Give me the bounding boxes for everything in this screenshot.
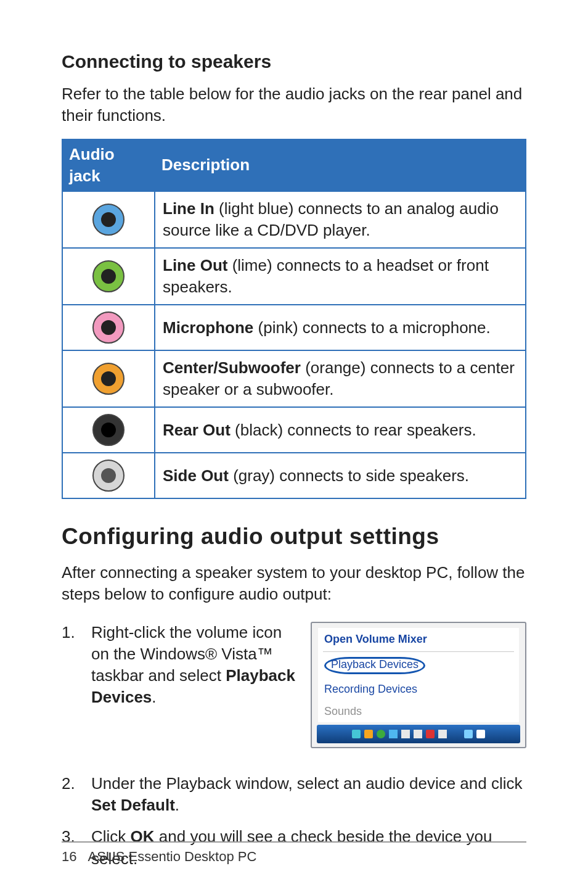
tray-icon (464, 730, 473, 738)
desc-center-sub: Center/Subwoofer (orange) connects to a … (155, 350, 526, 407)
t: . (175, 796, 179, 814)
jack-rear-out-icon (92, 414, 125, 446)
product-name: ASUS Essentio Desktop PC (88, 848, 256, 866)
heading-configuring: Configuring audio output settings (62, 521, 526, 552)
rest: (black) connects to rear speakers. (231, 421, 476, 439)
menu-recording-devices[interactable]: Recording Devices (318, 678, 519, 700)
tray-icon (426, 730, 435, 738)
label: Microphone (163, 318, 253, 337)
label: Line In (163, 199, 214, 218)
table-row: Microphone (pink) connects to a micropho… (62, 305, 526, 350)
menu-sounds[interactable]: Sounds (318, 700, 519, 722)
jack-line-in-icon (92, 204, 125, 236)
label: Center/Subwoofer (163, 358, 301, 377)
label: Side Out (163, 466, 229, 485)
jack-line-out-icon (92, 260, 125, 292)
highlight-circle-icon: Playback Devices (324, 657, 425, 674)
step-number: 1. (62, 622, 76, 708)
step-1: 1. Right-click the volume icon on the Wi… (62, 622, 296, 708)
desc-microphone: Microphone (pink) connects to a micropho… (155, 305, 526, 350)
para-after: After connecting a speaker system to you… (62, 562, 526, 605)
t-bold: Set Default (91, 796, 175, 814)
table-row: Center/Subwoofer (orange) connects to a … (62, 350, 526, 407)
volume-icon[interactable] (476, 730, 485, 738)
table-row: Line In (light blue) connects to an anal… (62, 191, 526, 248)
step-number: 2. (62, 773, 76, 816)
taskbar-tray (317, 725, 520, 743)
context-menu-screenshot: Open Volume Mixer Playback Devices Recor… (311, 622, 526, 749)
jack-microphone-icon (92, 311, 125, 344)
step-2: 2. Under the Playback window, select an … (62, 773, 526, 816)
rest: (pink) connects to a microphone. (253, 318, 490, 337)
table-row: Line Out (lime) connects to a headset or… (62, 248, 526, 305)
desc-line-out: Line Out (lime) connects to a headset or… (155, 248, 526, 305)
step-text: Under the Playback window, select an aud… (91, 773, 526, 816)
step-text: Right-click the volume icon on the Windo… (91, 622, 296, 708)
tray-icon (414, 730, 422, 738)
tray-icon (377, 730, 385, 738)
desc-side-out: Side Out (gray) connects to side speaker… (155, 453, 526, 498)
t: . (152, 688, 156, 706)
jack-center-sub-icon (92, 363, 125, 395)
menu-separator (323, 651, 514, 652)
table-row: Side Out (gray) connects to side speaker… (62, 453, 526, 498)
page-footer: 16 ASUS Essentio Desktop PC (62, 841, 526, 866)
para-refer: Refer to the table below for the audio j… (62, 83, 526, 126)
table-row: Rear Out (black) connects to rear speake… (62, 407, 526, 453)
tray-icon (401, 730, 410, 738)
audio-jack-table: Audio jack Description Line In (light bl… (62, 139, 526, 500)
menu-playback-devices[interactable]: Playback Devices (318, 653, 519, 678)
rest: (gray) connects to side speakers. (229, 466, 469, 485)
label: Rear Out (163, 421, 231, 439)
tray-icon (352, 730, 361, 738)
tray-icon (438, 730, 447, 738)
desc-rear-out: Rear Out (black) connects to rear speake… (155, 407, 526, 453)
desc-line-in: Line In (light blue) connects to an anal… (155, 191, 526, 248)
tray-icon (389, 730, 398, 738)
menu-open-volume-mixer[interactable]: Open Volume Mixer (318, 628, 519, 650)
jack-side-out-icon (92, 460, 125, 492)
heading-connecting: Connecting to speakers (62, 49, 526, 75)
tray-icon (364, 730, 373, 738)
page-number: 16 (62, 848, 76, 866)
th-audio-jack: Audio jack (62, 139, 155, 191)
t: Under the Playback window, select an aud… (91, 774, 523, 793)
label: Line Out (163, 256, 227, 274)
th-description: Description (155, 139, 526, 191)
